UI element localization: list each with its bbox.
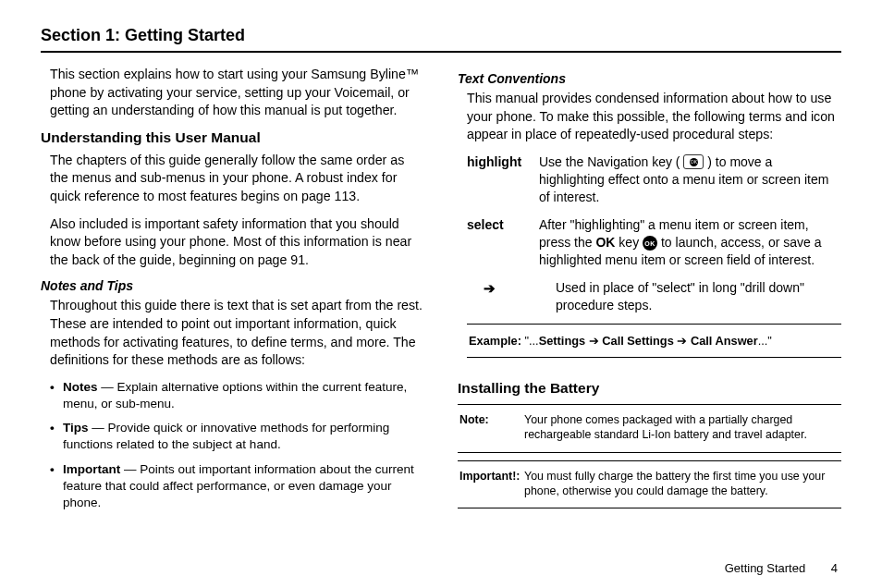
row-arrow: ➔ Used in place of "select" in long "dri…: [467, 279, 841, 315]
def-tips: — Provide quick or innovative methods fo…: [63, 421, 389, 451]
term-important: Important: [63, 462, 120, 476]
footer-page-number: 4: [831, 561, 838, 575]
important-label: Important!:: [459, 469, 524, 498]
right-column: Text Conventions This manual provides co…: [458, 66, 841, 519]
important-text: You must fully charge the battery the fi…: [524, 469, 839, 498]
bullet-tips: • Tips — Provide quick or innovative met…: [50, 420, 424, 453]
example-label: Example:: [469, 334, 521, 348]
important-rule-bottom: [458, 508, 841, 508]
example-post: ...": [758, 334, 772, 348]
label-select: select: [467, 216, 539, 270]
intro-text: This section explains how to start using…: [50, 66, 424, 120]
note-label: Note:: [459, 412, 524, 442]
note-text: Your phone comes packaged with a partial…: [524, 412, 839, 442]
p-notes-intro: Throughout this guide there is text that…: [50, 297, 424, 369]
term-tips: Tips: [63, 421, 89, 435]
section-title: Section 1: Getting Started: [41, 26, 841, 45]
heading-install-battery: Installing the Battery: [458, 380, 841, 397]
row-select: select After "highlighting" a menu item …: [467, 216, 841, 270]
select-ok-word: OK: [595, 235, 615, 250]
example-callanswer: Call Answer: [691, 334, 758, 348]
left-column: This section explains how to start using…: [41, 66, 424, 519]
select-mid: key: [615, 235, 643, 250]
arrow-def: Used in place of "select" in long "drill…: [556, 279, 841, 315]
example-settings: Settings: [539, 334, 585, 348]
note-block: Note: Your phone comes packaged with a p…: [458, 404, 841, 452]
important-block: Important!: You must fully charge the ba…: [458, 460, 841, 508]
heading-understanding: Understanding this User Manual: [41, 129, 424, 146]
arrow-icon: ➔: [467, 279, 556, 315]
section-rule: [41, 51, 841, 53]
bullet-notes: • Notes — Explain alternative options wi…: [50, 379, 424, 412]
important-rule-top: [458, 460, 841, 461]
heading-text-conventions: Text Conventions: [458, 71, 841, 86]
row-highlight: highlight Use the Navigation key ( OK ) …: [467, 153, 841, 207]
nav-key-icon: OK: [683, 154, 704, 169]
page-footer: Getting Started 4: [725, 561, 838, 575]
label-highlight: highlight: [467, 153, 539, 207]
example-pre: "...: [521, 334, 539, 348]
example-callsettings: Call Settings: [602, 334, 674, 348]
highlight-pre: Use the Navigation key (: [539, 154, 683, 169]
heading-notes-tips: Notes and Tips: [41, 278, 424, 293]
footer-section: Getting Started: [725, 561, 805, 575]
example-rule-top: [467, 324, 841, 325]
note-rule-bottom: [458, 452, 841, 453]
ok-key-icon: OK: [643, 236, 657, 251]
example-rule-bottom: [467, 357, 841, 358]
p-safety: Also included is important safety inform…: [50, 215, 424, 270]
term-notes: Notes: [63, 380, 98, 394]
def-notes: — Explain alternative options within the…: [63, 380, 407, 410]
example-box: Example: "...Settings ➔ Call Settings ➔ …: [467, 324, 841, 358]
p-chapters: The chapters of this guide generally fol…: [50, 152, 424, 206]
p-text-conventions: This manual provides condensed informati…: [467, 90, 841, 144]
bullet-important: • Important — Points out important infor…: [50, 461, 424, 512]
note-rule-top: [458, 404, 841, 405]
